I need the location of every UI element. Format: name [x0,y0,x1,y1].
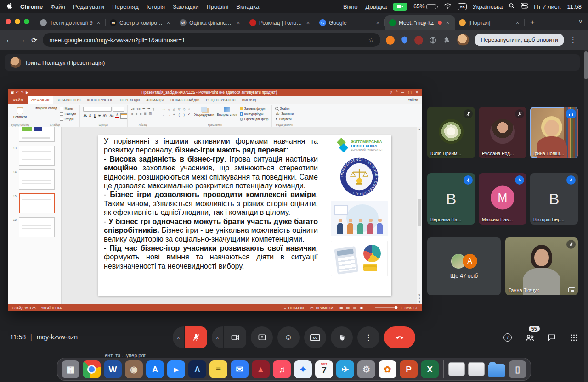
language-indicator[interactable]: УКРАЇНСЬКА [41,306,62,310]
paste-button[interactable]: Вставити [13,106,27,118]
slide-thumbnail[interactable]: 14 [8,166,61,190]
browser-tab[interactable]: MСветр з коміром п× [106,15,175,30]
acrobat-icon[interactable]: ▲ [252,360,270,378]
zoom-in-icon[interactable]: + [399,306,403,310]
more-participants-tile[interactable]: A Ще 47 осіб [427,237,501,295]
update-chrome-button[interactable]: Перезапустити, щоб оновити [475,34,564,46]
bookmark-star-icon[interactable]: ☆ [368,36,374,44]
tab-search-chevron-icon[interactable]: ∨ [578,18,585,25]
section-button[interactable]: Розділ [60,118,76,121]
menu-bar-date[interactable]: Пт 7 лист. [534,3,561,10]
chat-button[interactable] [546,331,558,343]
sign-in-button[interactable]: Увійти [408,96,418,104]
notes-toggle[interactable]: ≡НОТАТКИ [283,306,304,310]
browser-tab[interactable]: Meet: "mqy-kz× [385,15,455,30]
minimized-window[interactable] [468,362,485,376]
browser-menu-icon[interactable]: ⋮ [570,36,577,44]
participant-tile[interactable]: ВВероніка Па... [427,173,475,225]
previous-slide-icon[interactable]: ⇞ [418,297,420,300]
activities-button[interactable] [568,331,580,343]
extension-recorder-icon[interactable] [414,36,423,45]
layout-button[interactable]: Макет [60,107,76,110]
mic-options-chevron[interactable]: ∧ [173,326,184,348]
shape-option-icon[interactable]: + [172,112,176,117]
replace-button[interactable]: abЗамінити [275,112,294,115]
justify-icon[interactable]: ≣ [143,112,147,116]
paragraph-mark-icon[interactable]: ¶ [152,107,155,111]
extension-shield-icon[interactable] [400,36,409,45]
font-style-button[interactable]: А [115,113,119,118]
raise-hand-button[interactable] [331,326,353,348]
slide-thumbnail[interactable]: 12 [8,127,61,142]
shape-outline-button[interactable]: Контур фігури [240,112,269,116]
bullets-icon[interactable]: •≡ [131,107,135,111]
participant-tile[interactable]: ВВікторія Бер... [530,173,578,225]
slide-thumbnail[interactable]: 13 [8,142,61,166]
close-window-button[interactable] [6,19,11,24]
browser-tab[interactable]: ØОцінка фінансові× [175,15,245,30]
redo-icon[interactable]: ↷ [21,90,24,95]
powerpoint-icon[interactable]: P [400,360,418,378]
participant-tile[interactable]: Руслана Род... [479,107,526,158]
font-size-select[interactable] [113,107,124,112]
tab-close-icon[interactable]: × [235,19,241,26]
notes-icon[interactable]: ≡ [209,360,227,378]
ppt-ribbon-tab[interactable]: АНІМАЦІЯ [143,96,167,104]
reload-button[interactable]: ⟳ [31,36,37,45]
browser-tab[interactable]: GGoogle× [315,15,385,30]
launchpad-icon[interactable]: ▦ [62,360,79,378]
participant-tile[interactable]: Юлія Прийм... [427,107,475,158]
browser-tab[interactable]: Тести до лекції 9× [36,15,106,30]
menu-Закладки[interactable]: Закладки [173,3,198,10]
menu-Історія[interactable]: Історія [147,3,165,10]
camera-active-indicator-icon[interactable] [393,3,407,11]
reset-button[interactable]: Скинути [60,112,76,116]
present-button[interactable] [251,326,273,348]
menu-Перегляд[interactable]: Перегляд [112,3,139,10]
forward-button[interactable]: → [18,36,26,44]
select-button[interactable]: ▸Виділити [275,117,294,121]
shape-option-icon[interactable]: ( [177,112,181,117]
shape-option-icon[interactable]: ◇ [182,107,187,112]
chrome-icon[interactable] [83,360,101,378]
contacts-icon[interactable]: ◉ [125,360,143,378]
ppt-ribbon-tab[interactable]: ВСТАВЛЕННЯ [53,96,84,104]
font-style-button[interactable]: Aa [109,113,114,118]
tab-close-icon[interactable]: × [305,19,311,26]
maximize-window-button[interactable] [24,19,29,24]
slide-thumbnail[interactable]: 16 [8,213,61,237]
safari-icon[interactable]: ✦ [294,360,312,378]
new-slide-button[interactable]: Створити слайд [34,106,57,110]
tab-close-icon[interactable]: × [96,19,102,26]
font-style-button[interactable]: К [89,113,92,118]
shapes-gallery[interactable]: ▭○△▽◇☆←→+()✓ [162,106,192,117]
participant-tile[interactable]: ММаксим Пав... [479,173,526,225]
fit-to-window-icon[interactable]: ◱ [413,306,418,310]
menu-Редагувати[interactable]: Редагувати [73,3,104,10]
input-language-badge[interactable]: УК [458,3,467,10]
scrollbar-thumb[interactable] [418,199,421,226]
arrange-button[interactable]: Упорядкувати [194,106,214,116]
ppt-ribbon-tab[interactable]: ПЕРЕХОДИ [117,96,143,104]
mic-button[interactable] [185,326,207,348]
scroll-up-icon[interactable]: ▲ [418,128,421,131]
picture-in-picture-icon[interactable] [568,287,575,292]
reactions-button[interactable]: ☺ [277,326,300,348]
slide-scrollbar[interactable]: ▲ ▼ ⇞ ⇟ [417,127,422,304]
people-button[interactable]: 55 [524,331,536,343]
back-button[interactable]: ← [6,36,13,44]
font-style-button[interactable]: S [98,113,101,118]
indent-left-icon[interactable]: ⇤ [142,107,146,111]
align-center-icon[interactable]: ≡ [135,112,138,116]
spotlight-search-icon[interactable] [509,3,515,11]
slideshow-icon[interactable]: ▶ [26,90,28,95]
input-language-label[interactable]: Українська [473,3,503,10]
ppt-ribbon-tab[interactable]: ФАЙЛ [8,96,28,104]
shape-option-icon[interactable]: ▭ [162,107,166,112]
minimize-window-button[interactable] [15,19,20,24]
align-right-icon[interactable]: ≡ [139,112,142,116]
url-text[interactable]: meet.google.com/mqy-kzvw-azn?pli=1&authu… [49,37,364,44]
tab-close-icon[interactable]: × [514,19,520,26]
extensions-puzzle-icon[interactable] [443,36,452,45]
participant-tile-spotlight[interactable]: Ганна Ткачук [505,237,578,295]
